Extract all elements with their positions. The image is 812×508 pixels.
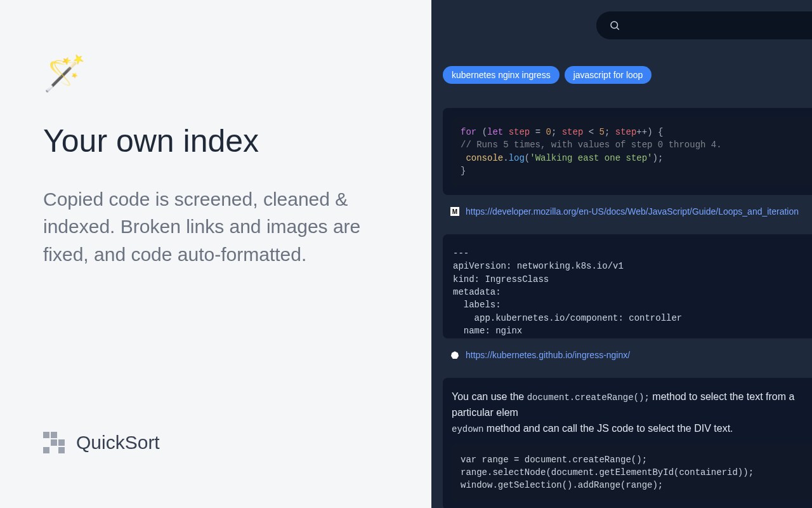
svg-line-1 <box>617 27 619 29</box>
app-panel: kubernetes nginx ingress javascript for … <box>431 0 812 508</box>
result-card[interactable]: You can use the document.createRange(); … <box>443 378 812 508</box>
wand-icon: 🪄 <box>43 56 388 90</box>
chip-kubernetes[interactable]: kubernetes nginx ingress <box>443 66 560 84</box>
brand-logo-icon <box>43 432 65 453</box>
mdn-icon: M <box>450 207 459 216</box>
brand: QuickSort <box>43 432 160 453</box>
results-list: for (let step = 0; step < 5; step++) { /… <box>443 108 812 508</box>
page-title: Your own index <box>43 123 388 160</box>
result-url[interactable]: https://developer.mozilla.org/en-US/docs… <box>466 206 799 217</box>
code-block: for (let step = 0; step < 5; step++) { /… <box>452 117 812 186</box>
result-source: M https://developer.mozilla.org/en-US/do… <box>443 206 812 217</box>
svg-point-0 <box>611 22 618 29</box>
code-block: --- apiVersion: networking.k8s.io/v1 kin… <box>452 243 812 338</box>
code-block: var range = document.createRange(); rang… <box>452 444 812 501</box>
search-field[interactable] <box>627 20 812 31</box>
search-icon <box>609 20 620 31</box>
result-text: You can use the document.createRange(); … <box>452 389 812 436</box>
filter-chips: kubernetes nginx ingress javascript for … <box>443 66 652 84</box>
marketing-panel: 🪄 Your own index Copied code is screened… <box>0 0 431 508</box>
search-input[interactable] <box>596 11 812 39</box>
page-subtitle: Copied code is screened, cleaned & index… <box>43 185 388 269</box>
chip-javascript[interactable]: javascript for loop <box>565 66 652 84</box>
result-card[interactable]: --- apiVersion: networking.k8s.io/v1 kin… <box>443 234 812 338</box>
brand-name: QuickSort <box>76 432 160 453</box>
result-source: https://kubernetes.github.io/ingress-ngi… <box>443 350 812 360</box>
result-url[interactable]: https://kubernetes.github.io/ingress-ngi… <box>466 350 630 360</box>
result-card[interactable]: for (let step = 0; step < 5; step++) { /… <box>443 108 812 195</box>
kubernetes-icon <box>450 351 459 359</box>
